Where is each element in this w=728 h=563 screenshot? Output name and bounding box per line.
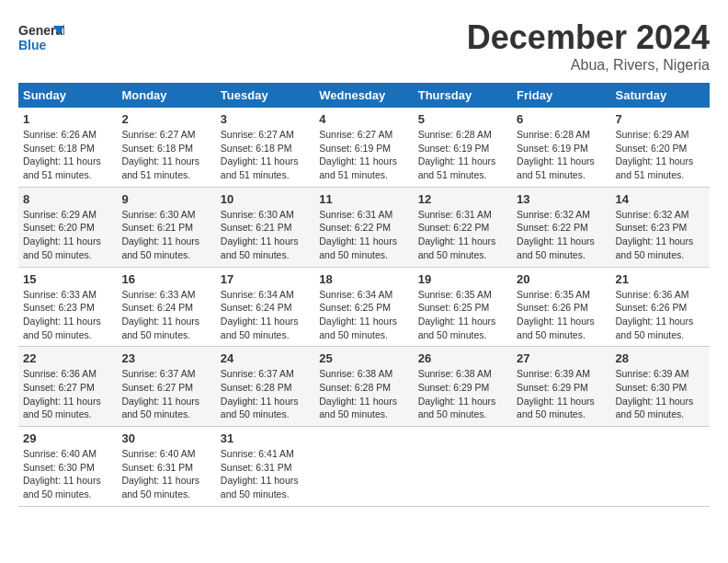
calendar-cell: 24Sunrise: 6:37 AM Sunset: 6:28 PM Dayli… xyxy=(216,347,314,427)
calendar-cell: 5Sunrise: 6:28 AM Sunset: 6:19 PM Daylig… xyxy=(414,108,512,187)
week-row-5: 29Sunrise: 6:40 AM Sunset: 6:30 PM Dayli… xyxy=(18,427,710,507)
day-info: Sunrise: 6:38 AM Sunset: 6:29 PM Dayligh… xyxy=(418,367,507,421)
calendar-cell: 27Sunrise: 6:39 AM Sunset: 6:29 PM Dayli… xyxy=(512,347,610,427)
logo-icon: General Blue xyxy=(18,18,64,55)
calendar-cell: 25Sunrise: 6:38 AM Sunset: 6:28 PM Dayli… xyxy=(314,347,413,427)
page-header: General Blue December 2024 Abua, Rivers,… xyxy=(18,18,710,74)
day-number: 2 xyxy=(121,112,210,126)
week-row-1: 1Sunrise: 6:26 AM Sunset: 6:18 PM Daylig… xyxy=(18,108,710,187)
title-block: December 2024 Abua, Rivers, Nigeria xyxy=(467,18,710,74)
day-header-tuesday: Tuesday xyxy=(216,83,314,108)
day-number: 18 xyxy=(319,272,408,286)
day-number: 5 xyxy=(418,112,507,126)
calendar-cell: 12Sunrise: 6:31 AM Sunset: 6:22 PM Dayli… xyxy=(414,187,512,267)
day-number: 17 xyxy=(221,272,310,286)
calendar-cell xyxy=(512,427,610,507)
calendar-cell xyxy=(314,427,413,507)
calendar-cell: 1Sunrise: 6:26 AM Sunset: 6:18 PM Daylig… xyxy=(18,108,117,187)
day-header-saturday: Saturday xyxy=(611,83,710,108)
day-info: Sunrise: 6:33 AM Sunset: 6:24 PM Dayligh… xyxy=(121,288,210,342)
day-number: 23 xyxy=(121,351,210,365)
day-number: 27 xyxy=(517,351,606,365)
day-info: Sunrise: 6:28 AM Sunset: 6:19 PM Dayligh… xyxy=(418,128,507,182)
day-number: 25 xyxy=(319,351,408,365)
calendar-cell: 22Sunrise: 6:36 AM Sunset: 6:27 PM Dayli… xyxy=(18,347,117,427)
day-number: 4 xyxy=(319,112,408,126)
day-info: Sunrise: 6:36 AM Sunset: 6:26 PM Dayligh… xyxy=(616,288,705,342)
logo: General Blue xyxy=(18,18,68,55)
calendar-cell: 28Sunrise: 6:39 AM Sunset: 6:30 PM Dayli… xyxy=(611,347,710,427)
day-info: Sunrise: 6:41 AM Sunset: 6:31 PM Dayligh… xyxy=(221,447,310,501)
day-number: 22 xyxy=(23,351,112,365)
day-number: 21 xyxy=(616,272,705,286)
day-info: Sunrise: 6:28 AM Sunset: 6:19 PM Dayligh… xyxy=(517,128,606,182)
calendar-cell: 11Sunrise: 6:31 AM Sunset: 6:22 PM Dayli… xyxy=(314,187,413,267)
day-number: 26 xyxy=(418,351,507,365)
calendar-cell: 6Sunrise: 6:28 AM Sunset: 6:19 PM Daylig… xyxy=(512,108,610,187)
location-subtitle: Abua, Rivers, Nigeria xyxy=(467,57,710,74)
day-info: Sunrise: 6:31 AM Sunset: 6:22 PM Dayligh… xyxy=(319,208,408,262)
calendar-cell: 8Sunrise: 6:29 AM Sunset: 6:20 PM Daylig… xyxy=(18,187,117,267)
week-row-4: 22Sunrise: 6:36 AM Sunset: 6:27 PM Dayli… xyxy=(18,347,710,427)
calendar-cell: 2Sunrise: 6:27 AM Sunset: 6:18 PM Daylig… xyxy=(117,108,215,187)
day-number: 29 xyxy=(23,431,112,445)
day-number: 7 xyxy=(616,112,705,126)
day-info: Sunrise: 6:29 AM Sunset: 6:20 PM Dayligh… xyxy=(23,208,112,262)
day-number: 6 xyxy=(517,112,606,126)
day-number: 30 xyxy=(121,431,210,445)
day-info: Sunrise: 6:37 AM Sunset: 6:27 PM Dayligh… xyxy=(121,367,210,421)
day-number: 19 xyxy=(418,272,507,286)
calendar-cell: 15Sunrise: 6:33 AM Sunset: 6:23 PM Dayli… xyxy=(18,267,117,347)
day-info: Sunrise: 6:29 AM Sunset: 6:20 PM Dayligh… xyxy=(616,128,705,182)
day-info: Sunrise: 6:27 AM Sunset: 6:19 PM Dayligh… xyxy=(319,128,408,182)
calendar-cell: 31Sunrise: 6:41 AM Sunset: 6:31 PM Dayli… xyxy=(216,427,314,507)
calendar-cell: 21Sunrise: 6:36 AM Sunset: 6:26 PM Dayli… xyxy=(611,267,710,347)
day-number: 14 xyxy=(616,192,705,206)
day-number: 15 xyxy=(23,272,112,286)
week-row-2: 8Sunrise: 6:29 AM Sunset: 6:20 PM Daylig… xyxy=(18,187,710,267)
day-info: Sunrise: 6:35 AM Sunset: 6:26 PM Dayligh… xyxy=(517,288,606,342)
day-number: 24 xyxy=(221,351,310,365)
day-number: 16 xyxy=(121,272,210,286)
calendar-cell: 20Sunrise: 6:35 AM Sunset: 6:26 PM Dayli… xyxy=(512,267,610,347)
calendar-cell: 9Sunrise: 6:30 AM Sunset: 6:21 PM Daylig… xyxy=(117,187,215,267)
day-number: 31 xyxy=(221,431,310,445)
calendar-cell: 23Sunrise: 6:37 AM Sunset: 6:27 PM Dayli… xyxy=(117,347,215,427)
day-info: Sunrise: 6:40 AM Sunset: 6:30 PM Dayligh… xyxy=(23,447,112,501)
day-number: 3 xyxy=(221,112,310,126)
calendar-cell: 4Sunrise: 6:27 AM Sunset: 6:19 PM Daylig… xyxy=(314,108,413,187)
day-info: Sunrise: 6:26 AM Sunset: 6:18 PM Dayligh… xyxy=(23,128,112,182)
day-info: Sunrise: 6:35 AM Sunset: 6:25 PM Dayligh… xyxy=(418,288,507,342)
day-number: 1 xyxy=(23,112,112,126)
day-info: Sunrise: 6:30 AM Sunset: 6:21 PM Dayligh… xyxy=(121,208,210,262)
calendar-cell: 10Sunrise: 6:30 AM Sunset: 6:21 PM Dayli… xyxy=(216,187,314,267)
calendar-cell: 26Sunrise: 6:38 AM Sunset: 6:29 PM Dayli… xyxy=(414,347,512,427)
day-info: Sunrise: 6:39 AM Sunset: 6:30 PM Dayligh… xyxy=(616,367,705,421)
days-header-row: SundayMondayTuesdayWednesdayThursdayFrid… xyxy=(18,83,710,108)
day-number: 11 xyxy=(319,192,408,206)
calendar-cell: 13Sunrise: 6:32 AM Sunset: 6:22 PM Dayli… xyxy=(512,187,610,267)
day-info: Sunrise: 6:27 AM Sunset: 6:18 PM Dayligh… xyxy=(121,128,210,182)
week-row-3: 15Sunrise: 6:33 AM Sunset: 6:23 PM Dayli… xyxy=(18,267,710,347)
day-info: Sunrise: 6:33 AM Sunset: 6:23 PM Dayligh… xyxy=(23,288,112,342)
day-header-thursday: Thursday xyxy=(414,83,512,108)
day-info: Sunrise: 6:40 AM Sunset: 6:31 PM Dayligh… xyxy=(121,447,210,501)
day-number: 8 xyxy=(23,192,112,206)
svg-text:Blue: Blue xyxy=(18,38,47,52)
day-header-monday: Monday xyxy=(117,83,215,108)
day-info: Sunrise: 6:30 AM Sunset: 6:21 PM Dayligh… xyxy=(221,208,310,262)
month-title: December 2024 xyxy=(467,18,710,57)
day-header-friday: Friday xyxy=(512,83,610,108)
day-info: Sunrise: 6:34 AM Sunset: 6:25 PM Dayligh… xyxy=(319,288,408,342)
day-info: Sunrise: 6:34 AM Sunset: 6:24 PM Dayligh… xyxy=(221,288,310,342)
calendar-cell xyxy=(414,427,512,507)
day-number: 28 xyxy=(616,351,705,365)
day-info: Sunrise: 6:27 AM Sunset: 6:18 PM Dayligh… xyxy=(221,128,310,182)
day-info: Sunrise: 6:32 AM Sunset: 6:23 PM Dayligh… xyxy=(616,208,705,262)
day-header-sunday: Sunday xyxy=(18,83,117,108)
day-number: 20 xyxy=(517,272,606,286)
calendar-cell: 3Sunrise: 6:27 AM Sunset: 6:18 PM Daylig… xyxy=(216,108,314,187)
calendar-cell: 14Sunrise: 6:32 AM Sunset: 6:23 PM Dayli… xyxy=(611,187,710,267)
calendar-cell: 18Sunrise: 6:34 AM Sunset: 6:25 PM Dayli… xyxy=(314,267,413,347)
day-number: 10 xyxy=(221,192,310,206)
